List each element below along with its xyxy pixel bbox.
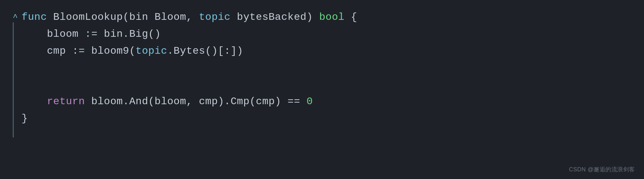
left-border — [13, 22, 14, 137]
code-token: topic — [136, 45, 167, 57]
code-token: () — [148, 28, 161, 40]
code-token: return — [47, 96, 91, 107]
code-token: ( — [123, 11, 129, 23]
code-token: bloom — [91, 96, 123, 107]
code-token: . — [123, 96, 129, 107]
code-token: bin — [129, 11, 154, 23]
code-token: Cmp — [230, 96, 250, 107]
code-line: return bloom.And(bloom, cmp).Cmp(cmp) ==… — [22, 93, 631, 110]
code-token: ( — [250, 96, 256, 107]
code-token: . — [123, 28, 129, 40]
code-token: 0 — [307, 96, 313, 107]
code-token: cmp — [22, 45, 72, 57]
code-token: } — [22, 113, 28, 124]
code-line: func BloomLookup(bin Bloom, topic bytesB… — [22, 9, 631, 26]
code-token: := — [85, 28, 104, 40]
code-token: . — [167, 45, 174, 57]
code-token: topic — [199, 11, 237, 23]
code-token: ( — [148, 96, 154, 107]
code-block: ^ func BloomLookup(bin Bloom, topic byte… — [13, 9, 631, 127]
code-token: Big — [129, 28, 148, 40]
code-line: } — [22, 110, 631, 127]
code-token: == — [288, 96, 307, 107]
code-line: bloom := bin.Big() — [22, 26, 631, 43]
code-token: BloomLookup — [53, 11, 123, 23]
code-token: Bloom, — [154, 11, 199, 23]
code-token: cmp — [199, 96, 218, 107]
code-token: ). — [218, 96, 231, 107]
watermark: CSDN @邂逅的流浪剑客 — [569, 166, 635, 173]
code-token: ( — [129, 45, 136, 57]
code-token — [22, 96, 47, 107]
left-border-wrapper: ^ — [13, 9, 18, 127]
code-token: func — [22, 11, 53, 23]
code-token: bloom, — [154, 96, 199, 107]
code-line — [22, 59, 631, 76]
code-line — [22, 76, 631, 93]
code-token: bin — [104, 28, 123, 40]
code-token: cmp — [256, 96, 275, 107]
code-token: ) — [307, 11, 319, 23]
code-token: bool — [319, 11, 344, 23]
code-token: := — [72, 45, 91, 57]
code-container: ^ func BloomLookup(bin Bloom, topic byte… — [0, 0, 644, 179]
code-token: And — [129, 96, 148, 107]
code-token: ) — [275, 96, 288, 107]
code-token: bloom9 — [91, 45, 129, 57]
code-lines: func BloomLookup(bin Bloom, topic bytesB… — [22, 9, 631, 127]
code-token: bytesBacked — [237, 11, 306, 23]
code-token: bloom — [22, 28, 85, 40]
code-token: ()[:]) — [205, 45, 250, 57]
caret-indicator: ^ — [13, 13, 18, 22]
code-line: cmp := bloom9(topic.Bytes()[:]) — [22, 43, 631, 60]
code-token: Bytes — [174, 45, 205, 57]
code-token: { — [345, 11, 357, 23]
